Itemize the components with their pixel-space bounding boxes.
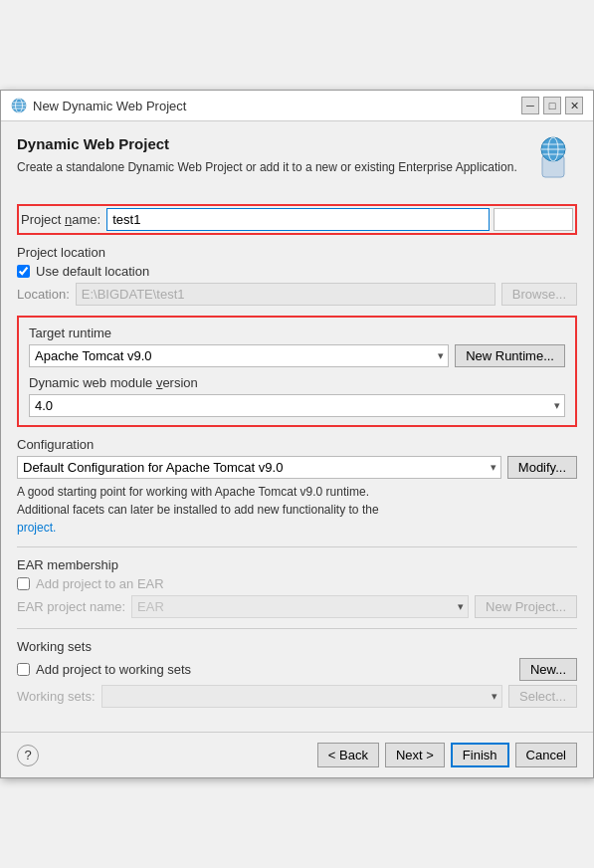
divider-2 (17, 628, 577, 629)
target-runtime-section: Target runtime Apache Tomcat v9.0 None N… (17, 316, 577, 427)
project-name-extra-input[interactable] (494, 208, 573, 231)
config-project-link[interactable]: project. (17, 521, 56, 535)
project-location-section: Project location Use default location Lo… (17, 245, 577, 306)
ear-membership-label: EAR membership (17, 557, 577, 572)
help-button[interactable]: ? (17, 745, 39, 766)
ear-project-select-wrapper: EAR (131, 595, 469, 618)
add-to-ws-checkbox[interactable] (17, 663, 30, 676)
window-title: New Dynamic Web Project (33, 99, 186, 113)
working-sets-field-label: Working sets: (17, 689, 96, 704)
ear-project-select[interactable]: EAR (131, 595, 469, 618)
ear-project-row: EAR project name: EAR New Project... (17, 595, 577, 618)
finish-button[interactable]: Finish (451, 743, 509, 767)
project-location-label: Project location (17, 245, 577, 260)
bottom-buttons: < Back Next > Finish Cancel (317, 743, 577, 767)
configuration-section: Configuration Default Configuration for … (17, 437, 577, 537)
main-window: New Dynamic Web Project ─ □ ✕ Dynamic We… (0, 90, 594, 778)
configuration-row: Default Configuration for Apache Tomcat … (17, 456, 577, 479)
dialog-content: Dynamic Web Project Create a standalone … (1, 121, 593, 732)
module-version-label: Dynamic web module version (29, 375, 565, 390)
runtime-row: Apache Tomcat v9.0 None New Runtime... (29, 344, 565, 367)
ear-project-name-label: EAR project name: (17, 599, 125, 614)
modify-button[interactable]: Modify... (507, 456, 577, 479)
configuration-description: A good starting point for working with A… (17, 483, 577, 537)
working-sets-row: Working sets: Select... (17, 685, 577, 708)
working-sets-select-button[interactable]: Select... (508, 685, 577, 708)
working-sets-select-wrapper (101, 685, 503, 708)
location-row: Location: Browse... (17, 283, 577, 306)
header-area: Dynamic Web Project Create a standalone … (17, 135, 577, 190)
title-bar-left: New Dynamic Web Project (11, 98, 186, 113)
configuration-label: Configuration (17, 437, 577, 452)
config-select[interactable]: Default Configuration for Apache Tomcat … (17, 456, 501, 479)
use-default-label: Use default location (36, 264, 149, 279)
ear-section: EAR membership Add project to an EAR EAR… (17, 557, 577, 618)
new-runtime-button[interactable]: New Runtime... (455, 344, 565, 367)
header-icon (529, 135, 577, 183)
minimize-button[interactable]: ─ (521, 97, 539, 114)
divider-1 (17, 546, 577, 547)
add-to-ws-label: Add project to working sets (36, 662, 191, 677)
project-name-row: Project name: (21, 208, 490, 231)
add-to-ear-row: Add project to an EAR (17, 576, 577, 591)
page-description: Create a standalone Dynamic Web Project … (17, 158, 529, 176)
add-to-ear-checkbox[interactable] (17, 577, 30, 590)
project-name-label: Project name: (21, 212, 100, 227)
browse-button[interactable]: Browse... (501, 283, 577, 306)
add-to-ear-label: Add project to an EAR (36, 576, 164, 591)
cancel-button[interactable]: Cancel (515, 743, 577, 767)
location-input[interactable] (76, 283, 495, 306)
project-name-section: Project name: (17, 204, 577, 235)
maximize-button[interactable]: □ (543, 97, 561, 114)
module-version-select[interactable]: 4.0 3.1 3.0 2.5 (29, 394, 565, 417)
close-button[interactable]: ✕ (565, 97, 583, 114)
module-version-wrapper: 4.0 3.1 3.0 2.5 (29, 394, 565, 417)
location-label: Location: (17, 287, 70, 302)
globe-jar-icon (532, 135, 574, 183)
use-default-checkbox[interactable] (17, 265, 30, 278)
working-sets-new-button[interactable]: New... (519, 658, 577, 681)
title-bar-controls[interactable]: ─ □ ✕ (521, 97, 583, 114)
add-to-ws-row: Add project to working sets New... (17, 658, 577, 681)
runtime-select[interactable]: Apache Tomcat v9.0 None (29, 344, 449, 367)
working-sets-label: Working sets (17, 639, 577, 654)
window-icon (11, 98, 27, 113)
use-default-location-row: Use default location (17, 264, 577, 279)
project-name-highlight-box: Project name: (17, 204, 577, 235)
next-button[interactable]: Next > (385, 743, 445, 767)
title-bar: New Dynamic Web Project ─ □ ✕ (1, 91, 593, 121)
back-button[interactable]: < Back (317, 743, 379, 767)
new-ear-project-button[interactable]: New Project... (475, 595, 577, 618)
project-name-input[interactable] (106, 208, 490, 231)
bottom-bar: ? < Back Next > Finish Cancel (1, 732, 593, 777)
page-title: Dynamic Web Project (17, 135, 529, 152)
config-select-wrapper: Default Configuration for Apache Tomcat … (17, 456, 501, 479)
working-sets-section: Working sets Add project to working sets… (17, 639, 577, 708)
header-text: Dynamic Web Project Create a standalone … (17, 135, 529, 190)
working-sets-select[interactable] (101, 685, 503, 708)
target-runtime-label: Target runtime (29, 326, 565, 340)
runtime-select-wrapper: Apache Tomcat v9.0 None (29, 344, 449, 367)
